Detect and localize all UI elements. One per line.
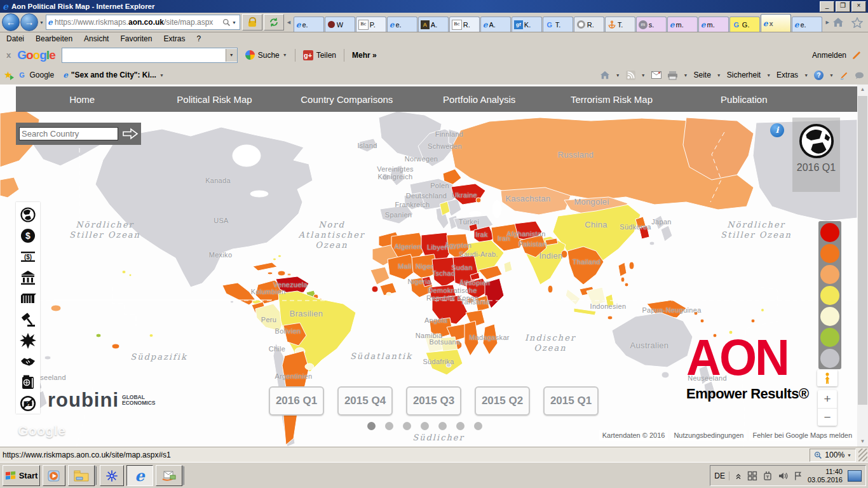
timeline-button-2015-Q3[interactable]: 2015 Q3 [406,386,461,416]
search-icon[interactable] [222,18,231,27]
taskbar-mail[interactable] [156,465,182,486]
pagination-dot-0[interactable] [367,422,376,430]
anmelden-link[interactable]: Anmelden [812,51,846,60]
pagination-dot-2[interactable] [403,422,411,430]
nonpayment-restriction-icon[interactable]: $ [20,395,36,412]
help-icon[interactable]: ? [814,71,824,80]
taskbar-internet-explorer-active[interactable]: e [126,465,153,486]
supply-chain-container-icon[interactable] [20,290,36,307]
sovereign-nonpayment-icon[interactable]: ($) [20,248,36,265]
political-violence-burst-icon[interactable] [20,332,36,349]
tray-flag-icon[interactable] [793,471,803,481]
tab-12[interactable]: em. [667,17,698,32]
menu-datei[interactable]: Datei [6,34,24,43]
url-text[interactable]: https://www.riskmaps.aon.co.uk/site/map.… [55,18,222,27]
search-country-input[interactable] [19,127,118,140]
maximize-button[interactable]: ❐ [836,1,850,12]
zoom-out-button[interactable]: − [818,409,837,426]
nav-home[interactable]: Home [16,94,148,105]
street-view-pegman[interactable] [817,370,837,386]
address-field[interactable]: e https://www.riskmaps.aon.co.uk/site/ma… [46,15,240,30]
refresh-icon[interactable] [264,14,284,30]
period-globe-panel[interactable]: 2016 Q1 [792,118,840,192]
zoom-in-button[interactable]: + [818,390,837,409]
browser-zoom-control[interactable]: 100%▼ [810,449,856,462]
tab-11[interactable]: ms. [636,17,667,32]
google-suche-button[interactable]: Suche▼ [245,50,287,60]
seite-menu[interactable]: Seite [694,71,711,79]
google-teilen-button[interactable]: g+ Teilen [303,50,336,60]
show-desktop-button[interactable] [848,470,862,482]
extras-menu[interactable]: Extras [776,71,798,79]
tray-expand-icon[interactable] [735,471,742,480]
tab-7[interactable]: gfK. [512,17,542,32]
taskbar-explorer[interactable] [68,465,95,486]
menu-extras[interactable]: Extras [163,34,185,43]
nav-country-comparisons[interactable]: Country Comparisons [281,94,413,105]
scrollbar-thumb[interactable] [858,96,867,405]
tab-8[interactable]: GT. [543,17,573,32]
language-indicator[interactable]: DE [714,471,729,480]
favorites-star-icon[interactable] [851,17,863,28]
pen-tool-icon[interactable] [839,71,849,80]
scroll-up-icon[interactable]: ▲ [857,85,868,95]
tab-0[interactable]: ee. [294,17,324,32]
taskbar-snowflake-app[interactable] [100,465,124,486]
tab-4[interactable]: AA. [418,17,449,32]
counterparty-handshake-icon[interactable] [20,353,36,370]
history-dropdown-icon[interactable]: ▼ [39,20,44,25]
tab-14[interactable]: GG. [729,17,760,32]
nav-portfolio-analysis[interactable]: Portfolio Analysis [413,94,545,105]
pagination-dot-5[interactable] [456,422,465,430]
political-interference-bank-icon[interactable] [20,269,36,286]
tray-volume-icon[interactable] [778,471,788,481]
nav-terrorism-risk-map[interactable]: Terrorism Risk Map [545,94,677,105]
ink-note-icon[interactable] [855,71,864,79]
tab-16[interactable]: ee. [792,17,822,32]
scroll-down-icon[interactable]: ▼ [857,437,868,447]
address-dropdown-icon[interactable]: ▼ [232,20,236,25]
info-icon[interactable]: i [770,123,784,137]
attribution-1[interactable]: Nutzungsbedingungen [670,430,747,440]
exchange-transfer-globe-icon[interactable] [20,207,36,223]
favorite-google[interactable]: G Google [17,71,54,79]
google-search-box[interactable]: ▼ [62,48,238,63]
tray-power-plug-icon[interactable] [763,471,773,481]
nav-publication[interactable]: Publication [678,94,810,105]
add-favorite-icon[interactable]: ★ [4,69,12,81]
minimize-button[interactable]: _ [820,1,834,12]
search-go-arrow-button[interactable] [122,128,139,140]
home-icon[interactable] [600,71,610,79]
tab-9[interactable]: R. [574,17,604,32]
legal-regulatory-gavel-icon[interactable] [20,311,36,328]
read-mail-icon[interactable] [651,71,661,79]
taskbar-media-player[interactable] [43,465,65,486]
timeline-button-2015-Q4[interactable]: 2015 Q4 [337,386,393,416]
tab-6[interactable]: eA. [480,17,511,32]
tab-1[interactable]: W [325,17,355,32]
nav-political-risk-map[interactable]: Political Risk Map [148,94,280,105]
attribution-2[interactable]: Fehler bei Google Maps melden [749,430,855,440]
menu-favoriten[interactable]: Favoriten [120,34,152,43]
currency-inconvertibility-icon[interactable]: $ [20,227,36,244]
home-icon[interactable] [832,17,844,27]
rss-feed-icon[interactable] [626,71,635,80]
forward-button[interactable]: → [20,13,38,31]
toolbar-close-icon[interactable]: x [6,50,11,60]
tab-2[interactable]: BcP. [356,17,386,32]
menu-[interactable]: ? [196,34,201,43]
pagination-dot-1[interactable] [385,422,393,430]
pagination-dot-6[interactable] [474,422,482,430]
pagination-dot-4[interactable] [438,422,447,430]
pagination-dot-3[interactable] [421,422,429,430]
google-search-dropdown-icon[interactable]: ▼ [226,49,237,62]
menu-bearbeiten[interactable]: Bearbeiten [36,34,72,43]
security-lock-icon[interactable] [242,14,262,30]
google-mehr-button[interactable]: Mehr » [352,51,377,60]
back-button[interactable]: ← [2,13,20,31]
tab-scroll-left-icon[interactable]: ◄ [286,19,292,25]
timeline-button-2015-Q2[interactable]: 2015 Q2 [475,386,530,416]
timeline-button-2015-Q1[interactable]: 2015 Q1 [543,386,599,416]
start-button[interactable]: Start [3,465,40,486]
vault-safe-icon[interactable] [20,374,36,391]
